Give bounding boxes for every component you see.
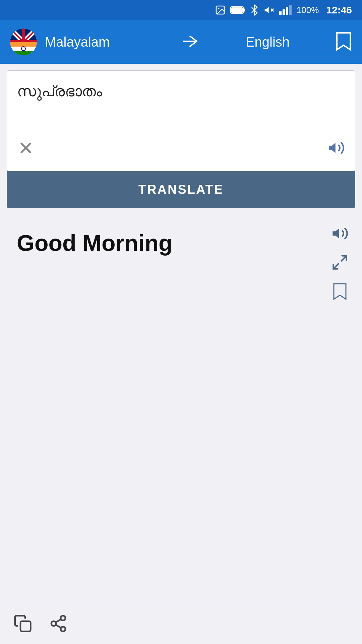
svg-point-1 [218,8,219,9]
share-button[interactable] [49,614,68,634]
input-area[interactable]: സുപ്രഭാതം [7,70,355,171]
target-language[interactable]: English [200,35,335,50]
expand-button[interactable] [331,254,349,272]
mute-icon [264,5,275,15]
bluetooth-icon [250,4,259,16]
translate-button[interactable]: TRANSLATE [7,171,355,208]
svg-marker-30 [333,228,339,238]
signal-icon [279,5,292,15]
output-text: Good Morning [17,230,173,256]
bookmark-header-icon[interactable] [335,31,352,53]
input-text: സുപ്രഭാതം [17,81,296,102]
swap-button[interactable] [180,35,200,49]
image-icon [215,5,226,15]
status-time: 12:46 [326,4,352,16]
svg-rect-9 [283,9,285,15]
svg-marker-5 [264,7,268,13]
source-language[interactable]: Malayalam [45,35,180,50]
svg-rect-11 [289,5,292,15]
output-area: Good Morning [7,218,355,285]
svg-rect-33 [20,621,31,631]
output-speaker-button[interactable] [331,225,349,244]
svg-rect-3 [243,8,245,12]
svg-line-38 [56,619,61,622]
bottom-bar [0,604,362,644]
svg-rect-10 [286,7,288,15]
input-speaker-button[interactable] [327,139,345,161]
svg-marker-27 [329,143,336,153]
status-icons: 100% 12:46 [215,4,352,16]
battery-percent: 100% [297,5,319,15]
output-bookmark-button[interactable] [333,282,347,302]
svg-rect-22 [10,42,37,47]
svg-line-32 [334,264,339,269]
svg-line-31 [341,256,346,261]
output-icons [331,225,349,302]
clear-button[interactable] [17,139,35,161]
svg-rect-8 [279,11,282,15]
status-bar: 100% 12:46 [0,0,362,20]
app-bar: Malayalam English [0,20,362,64]
flag-icon[interactable] [10,29,37,55]
copy-button[interactable] [13,614,32,634]
battery-icon [230,5,245,15]
svg-line-37 [56,625,61,628]
svg-rect-4 [231,7,243,13]
svg-rect-24 [10,51,37,55]
